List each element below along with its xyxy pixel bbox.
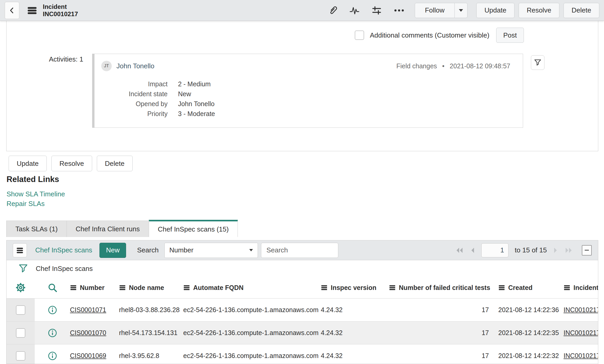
incident-link[interactable]: INC0010217	[564, 329, 598, 336]
row-select-cell	[7, 299, 35, 321]
column-label: Inspec version	[331, 284, 376, 292]
field-label: Incident state	[101, 89, 168, 99]
update-button[interactable]: Update	[9, 156, 47, 171]
search-rows-icon[interactable]	[35, 282, 70, 293]
search-label: Search	[137, 246, 158, 254]
incident-page: Incident INC0010217 Follow Update Resolv…	[0, 0, 604, 364]
field-value: 2 - Medium	[178, 79, 211, 89]
activity-pulse-icon[interactable]	[349, 5, 360, 15]
chevron-down-icon	[459, 9, 463, 12]
column-label: Number of failed critical tests	[399, 284, 490, 292]
column-menu-icon[interactable]	[389, 285, 396, 290]
info-icon[interactable]	[35, 328, 70, 338]
personalize-gear-icon[interactable]	[7, 282, 35, 293]
column-header-failed-critical-tests[interactable]: Number of failed critical tests	[389, 284, 498, 292]
list-search-input[interactable]	[261, 243, 338, 258]
column-header-number[interactable]: Number	[70, 284, 119, 292]
row-checkbox[interactable]	[16, 305, 25, 315]
info-icon[interactable]	[35, 351, 70, 361]
update-button-top[interactable]: Update	[476, 3, 514, 18]
column-menu-icon[interactable]	[564, 285, 570, 290]
repair-slas-link[interactable]: Repair SLAs	[7, 200, 45, 208]
field-label: Priority	[101, 109, 168, 119]
cell-node-name: rhel8-03-3.88.236.28	[119, 306, 183, 314]
chevron-down-icon	[249, 249, 253, 251]
scan-number-link[interactable]: CIS0001071	[70, 306, 106, 313]
next-page-icon[interactable]	[553, 247, 558, 254]
first-page-icon[interactable]	[456, 247, 464, 254]
top-header-bar: Incident INC0010217 Follow Update Resolv…	[0, 0, 604, 21]
avatar: JT	[101, 61, 112, 71]
activity-type: Field changes	[396, 62, 437, 70]
column-header-created[interactable]: Created	[498, 284, 564, 292]
info-icon[interactable]	[35, 305, 70, 315]
follow-dropdown-button[interactable]	[455, 3, 467, 18]
column-header-incident[interactable]: Incident	[564, 284, 598, 292]
column-header-inspec-version[interactable]: Inspec version	[321, 284, 389, 292]
collapse-list-button[interactable]	[582, 245, 592, 256]
tab-task-slas[interactable]: Task SLAs (1)	[6, 221, 67, 237]
tab-chef-inspec-scans[interactable]: Chef InSpec scans (15)	[149, 220, 238, 237]
cell-automate-fqdn: ec2-54-226-1-136.compute-1.amazonaws.com	[183, 329, 321, 337]
more-options-icon[interactable]	[393, 8, 405, 13]
last-page-icon[interactable]	[565, 247, 572, 254]
back-button[interactable]	[5, 2, 19, 19]
personalize-sliders-icon[interactable]	[371, 5, 382, 15]
new-record-button[interactable]: New	[99, 243, 126, 258]
incident-link[interactable]: INC0010217	[564, 306, 598, 313]
show-sla-timeline-link[interactable]: Show SLA Timeline	[7, 190, 65, 198]
header-icon-group	[328, 5, 405, 15]
form-action-buttons: Update Resolve Delete	[9, 156, 133, 171]
tab-chef-infra-client-runs[interactable]: Chef Infra Client runs	[67, 221, 149, 237]
row-select-cell	[7, 321, 35, 344]
customer-visible-checkbox[interactable]	[355, 31, 364, 40]
column-label: Created	[508, 284, 532, 292]
filter-breadcrumb[interactable]: Chef InSpec scans	[36, 265, 93, 273]
cell-automate-fqdn: ec2-54-226-1-136.compute-1.amazonaws.com	[183, 352, 321, 360]
column-label: Node name	[129, 284, 164, 292]
field-value: 3 - Moderate	[178, 109, 215, 119]
paperclip-icon[interactable]	[328, 5, 337, 15]
column-menu-icon[interactable]	[70, 285, 77, 290]
scan-number-link[interactable]: CIS0001070	[70, 329, 106, 336]
column-header-node-name[interactable]: Node name	[119, 284, 183, 292]
funnel-icon	[534, 58, 542, 67]
row-checkbox[interactable]	[16, 328, 25, 338]
column-label: Number	[80, 284, 104, 292]
row-checkbox[interactable]	[16, 351, 25, 361]
list-title[interactable]: Chef InSpec scans	[35, 246, 92, 254]
incident-link[interactable]: INC0010217	[564, 352, 598, 359]
column-menu-icon[interactable]	[498, 285, 505, 290]
activity-timestamp: 2021-08-12 09:48:57	[450, 62, 510, 70]
field-change-row: Opened by John Tonello	[101, 99, 514, 109]
follow-button[interactable]: Follow	[415, 3, 455, 18]
context-menu-icon[interactable]	[27, 6, 37, 15]
delete-button[interactable]: Delete	[97, 156, 133, 171]
column-menu-icon[interactable]	[183, 285, 190, 290]
delete-button-top[interactable]: Delete	[564, 3, 599, 18]
cell-created: 2021-08-12 14:22:32	[498, 352, 564, 360]
activity-author[interactable]: John Tonello	[116, 62, 155, 70]
table-row: CIS0001071 rhel8-03-3.88.236.28 ec2-54-2…	[7, 299, 598, 321]
activity-filter-button[interactable]	[531, 55, 544, 70]
column-menu-icon[interactable]	[321, 285, 328, 290]
previous-page-icon[interactable]	[470, 247, 475, 254]
meta-separator-dot: •	[442, 62, 445, 70]
scan-number-link[interactable]: CIS0001069	[70, 352, 106, 359]
column-menu-icon[interactable]	[119, 285, 126, 290]
search-column-select[interactable]: Number	[164, 243, 258, 258]
funnel-icon-teal[interactable]	[18, 263, 28, 274]
additional-comments-row: Additional comments (Customer visible) P…	[7, 28, 598, 43]
resolve-button[interactable]: Resolve	[51, 156, 92, 171]
page-number-input[interactable]	[481, 243, 508, 257]
field-label: Impact	[101, 79, 168, 89]
row-range-label: to 15 of 15	[515, 246, 547, 254]
activities-count-label: Activities: 1	[7, 54, 83, 128]
search-column-value: Number	[169, 246, 193, 254]
column-header-automate-fqdn[interactable]: Automate FQDN	[183, 284, 321, 292]
resolve-button-top[interactable]: Resolve	[519, 3, 559, 18]
minus-icon	[585, 250, 589, 251]
column-label: Incident	[573, 284, 598, 292]
post-button[interactable]: Post	[496, 28, 524, 43]
list-menu-button[interactable]	[13, 243, 27, 257]
